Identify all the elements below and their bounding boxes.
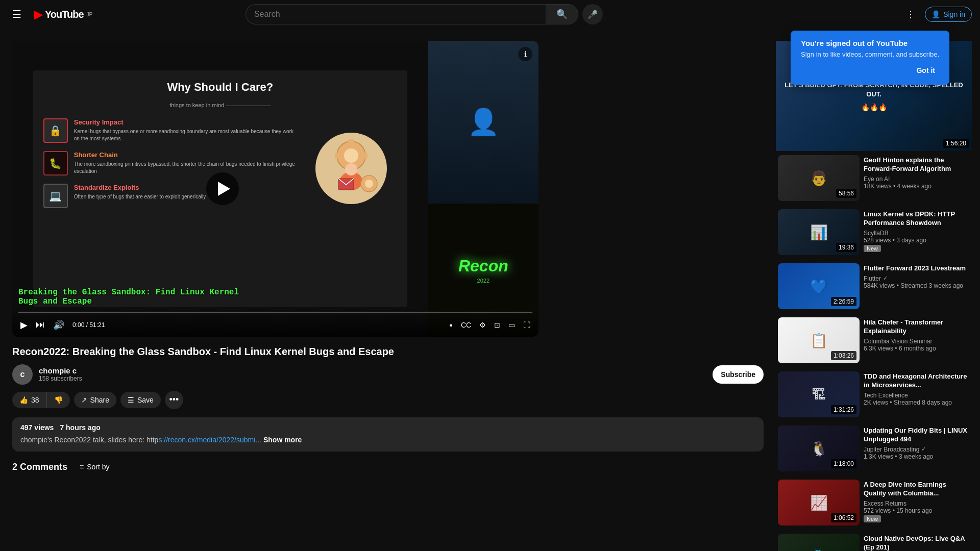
security-impact-icon: 🔒 (43, 118, 68, 143)
sidebar-video-thumbnail: 💙 2:26:59 (778, 263, 860, 309)
shorter-chain-icon: 🐛 (43, 151, 68, 176)
sort-button[interactable]: ≡ Sort by (80, 463, 110, 471)
description-box: 497 views 7 hours ago chompie's Recon202… (12, 417, 764, 452)
thumb-icon: 👨 (810, 170, 828, 187)
sidebar-video-duration: 1:18:00 (831, 459, 856, 468)
youtube-logo[interactable]: ▶ YouTubeJP (34, 7, 92, 21)
sidebar-video-item[interactable]: 📈 1:06:52 A Deep Dive Into Earnings Qual… (776, 478, 972, 528)
slide-item-3: 💻 Standardize Exploits Often the type of… (43, 184, 299, 208)
verified-badge: ✓ (921, 446, 926, 453)
sidebar-video-item[interactable]: 🐳 2:46:15 Cloud Native DevOps: Live Q&A … (776, 532, 972, 551)
sidebar-video-item[interactable]: 💙 2:26:59 Flutter Forward 2023 Livestrea… (776, 261, 972, 311)
sign-in-button[interactable]: 👤 Sign in (925, 7, 972, 22)
sidebar-video-item[interactable]: 🏗 1:31:26 TDD and Hexagonal Architecture… (776, 369, 972, 419)
more-actions-button[interactable]: ••• (165, 391, 183, 409)
share-button[interactable]: ↗ Share (74, 392, 116, 408)
autoplay-button[interactable]: ● (447, 320, 455, 330)
channel-name-text: Eye on AI (864, 176, 890, 183)
info-icon: ℹ (524, 50, 527, 58)
new-badge: New (864, 245, 881, 252)
video-views: 18K views (864, 183, 892, 190)
recon-speaker-panel: 👤 (428, 41, 539, 204)
sidebar-video-item[interactable]: 📋 1:03:26 Hila Chefer - Transformer Expl… (776, 315, 972, 365)
slide-items: 🔒 Security Impact Kernel bugs that bypas… (43, 118, 299, 208)
save-button[interactable]: ☰ Save (120, 392, 161, 408)
video-right-panel: 👤 Recon 2022 (428, 41, 539, 337)
hamburger-menu-button[interactable]: ☰ (8, 4, 26, 24)
description-body: chompie's Recon2022 talk, slides here: h… (20, 436, 158, 444)
current-time: 0:00 (72, 321, 84, 329)
sidebar-video-item[interactable]: 📊 19:36 Linux Kernel vs DPDK: HTTP Perfo… (776, 207, 972, 257)
sidebar-video-title: Geoff Hinton explains the Forward-Forwar… (864, 156, 970, 173)
like-count: 38 (31, 396, 39, 404)
sidebar-meta: 18K views • 4 weeks ago (864, 183, 970, 190)
description-text: chompie's Recon2022 talk, slides here: h… (20, 435, 755, 445)
search-bar: 🔍 (246, 4, 578, 24)
sidebar-video-title: A Deep Dive Into Earnings Quality with C… (864, 481, 970, 498)
video-views: 528 views (864, 237, 891, 244)
play-button[interactable]: ▶ (18, 317, 30, 333)
skip-button[interactable]: ⏭ (34, 317, 47, 332)
video-time-ago: 15 hours ago (896, 507, 932, 514)
theatre-button[interactable]: ▭ (506, 319, 517, 331)
channel-name-text: Jupiter Broadcasting (864, 446, 919, 453)
theatre-icon: ▭ (508, 321, 515, 329)
fullscreen-button[interactable]: ⛶ (521, 319, 532, 331)
sidebar-video-title: Linux Kernel vs DPDK: HTTP Performance S… (864, 210, 970, 228)
sidebar-video-duration: 58:56 (836, 189, 856, 198)
subtitles-button[interactable]: CC (459, 319, 473, 331)
recon-logo-text: Recon 2022 (458, 257, 508, 284)
search-button[interactable]: 🔍 (546, 4, 578, 24)
sidebar-channel: Tech Excellence (864, 392, 970, 399)
sidebar-meta: 6.3K views • 6 months ago (864, 345, 970, 352)
channel-avatar[interactable]: c (12, 364, 33, 385)
progress-bar[interactable] (18, 312, 532, 313)
volume-icon: 🔊 (53, 319, 64, 331)
video-info-button[interactable]: ℹ (518, 47, 532, 61)
more-options-button[interactable]: ⋮ (900, 4, 921, 24)
more-options-icon: ⋮ (906, 9, 915, 20)
sidebar-video-title: TDD and Hexagonal Architecture in Micros… (864, 372, 970, 390)
autoplay-icon: ● (449, 322, 453, 328)
show-more-button[interactable]: Show more (263, 436, 302, 444)
video-time-ago: Streamed 8 days ago (894, 399, 952, 406)
channel-name[interactable]: chompie c (39, 366, 706, 375)
sidebar-video-thumbnail: 🐳 2:46:15 (778, 534, 860, 551)
thumb-icon: 📊 (810, 224, 828, 241)
sidebar: LET'S BUILD GPT: FROM SCRATCH, IN CODE, … (776, 29, 980, 551)
sidebar-video-item[interactable]: 👨 58:56 Geoff Hinton explains the Forwar… (776, 153, 972, 203)
slide-illustration (305, 118, 397, 208)
save-icon: ☰ (128, 396, 134, 404)
speaker-figure: 👤 (468, 107, 499, 137)
subscribe-button[interactable]: Subscribe (713, 365, 764, 384)
sidebar-meta: 572 views • 15 hours ago New (864, 507, 970, 522)
miniplayer-button[interactable]: ⊡ (492, 319, 502, 331)
channel-name-text: Flutter (864, 275, 881, 282)
like-button[interactable]: 👍 38 (12, 392, 47, 408)
svg-point-2 (344, 148, 358, 163)
featured-flame-icons: 🔥🔥🔥 (784, 103, 964, 111)
sidebar-video-info: Linux Kernel vs DPDK: HTTP Performance S… (864, 209, 970, 255)
sidebar-video-item[interactable]: 🐧 1:18:00 Updating Our Fiddly Bits | LIN… (776, 423, 972, 473)
description-link[interactable]: s://recon.cx/media/2022/submi... (158, 436, 261, 444)
volume-button[interactable]: 🔊 (51, 317, 66, 333)
header-left: ☰ ▶ YouTubeJP (8, 4, 92, 24)
video-player[interactable]: Why Should I Care? things to keep in min… (12, 41, 538, 337)
got-it-button[interactable]: Got it (912, 64, 939, 77)
slide-item-2: 🐛 Shorter Chain The more sandboxing prim… (43, 151, 299, 176)
like-icon: 👍 (19, 396, 28, 404)
channel-info: chompie c 158 subscribers (39, 366, 706, 382)
video-controls: ▶ ⏭ 🔊 0:00 / 51:21 ● (12, 308, 538, 337)
security-impact-title: Security Impact (74, 118, 299, 126)
svg-rect-5 (335, 153, 340, 159)
mic-icon: 🎤 (587, 10, 598, 19)
mic-button[interactable]: 🎤 (582, 4, 603, 24)
video-views: 2K views (864, 399, 888, 406)
settings-button[interactable]: ⚙ (477, 319, 488, 331)
verified-badge: ✓ (883, 275, 888, 282)
search-input[interactable] (246, 4, 546, 24)
svg-point-8 (345, 163, 357, 176)
dislike-button[interactable]: 👎 (47, 392, 70, 408)
sidebar-video-duration: 1:03:26 (831, 351, 856, 360)
shorter-chain-title: Shorter Chain (74, 151, 299, 159)
